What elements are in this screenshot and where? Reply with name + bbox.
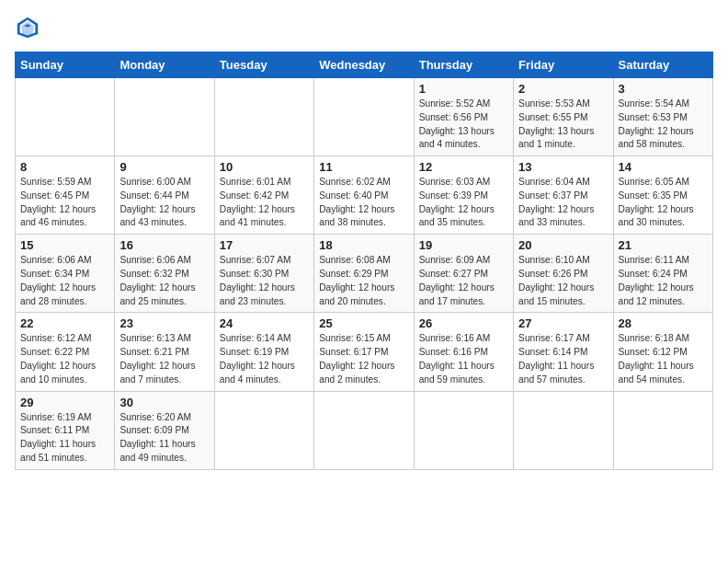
day-number: 28 bbox=[619, 316, 708, 330]
day-info: Sunrise: 5:53 AMSunset: 6:55 PMDaylight:… bbox=[518, 98, 608, 152]
day-info: Sunrise: 6:06 AMSunset: 6:32 PMDaylight:… bbox=[119, 254, 209, 308]
day-number: 15 bbox=[20, 238, 109, 252]
day-cell bbox=[414, 391, 513, 469]
day-cell: 30Sunrise: 6:20 AMSunset: 6:09 PMDayligh… bbox=[115, 391, 214, 469]
day-info: Sunrise: 6:05 AMSunset: 6:35 PMDaylight:… bbox=[619, 176, 708, 230]
day-cell: 27Sunrise: 6:17 AMSunset: 6:14 PMDayligh… bbox=[514, 313, 613, 391]
day-number: 9 bbox=[119, 160, 209, 174]
col-header-sunday: Sunday bbox=[16, 52, 115, 78]
day-cell: 20Sunrise: 6:10 AMSunset: 6:26 PMDayligh… bbox=[514, 235, 613, 313]
day-cell bbox=[314, 78, 414, 156]
day-info: Sunrise: 6:14 AMSunset: 6:19 PMDaylight:… bbox=[220, 332, 309, 386]
day-cell: 16Sunrise: 6:06 AMSunset: 6:32 PMDayligh… bbox=[115, 235, 214, 313]
day-number: 2 bbox=[518, 82, 608, 96]
day-cell: 24Sunrise: 6:14 AMSunset: 6:19 PMDayligh… bbox=[214, 313, 313, 391]
day-cell: 1Sunrise: 5:52 AMSunset: 6:56 PMDaylight… bbox=[414, 78, 513, 156]
header-row: SundayMondayTuesdayWednesdayThursdayFrid… bbox=[16, 52, 713, 78]
day-number: 22 bbox=[20, 316, 109, 330]
week-row-3: 15Sunrise: 6:06 AMSunset: 6:34 PMDayligh… bbox=[16, 235, 713, 313]
day-info: Sunrise: 6:19 AMSunset: 6:11 PMDaylight:… bbox=[20, 411, 109, 465]
day-number: 10 bbox=[220, 160, 309, 174]
day-cell bbox=[214, 78, 313, 156]
day-number: 18 bbox=[319, 238, 408, 252]
day-info: Sunrise: 6:13 AMSunset: 6:21 PMDaylight:… bbox=[119, 332, 209, 386]
day-info: Sunrise: 6:04 AMSunset: 6:37 PMDaylight:… bbox=[518, 176, 608, 230]
day-info: Sunrise: 6:17 AMSunset: 6:14 PMDaylight:… bbox=[518, 332, 608, 386]
day-cell: 21Sunrise: 6:11 AMSunset: 6:24 PMDayligh… bbox=[613, 235, 712, 313]
week-row-2: 8Sunrise: 5:59 AMSunset: 6:45 PMDaylight… bbox=[16, 156, 713, 235]
day-number: 29 bbox=[20, 396, 109, 409]
day-number: 19 bbox=[419, 238, 508, 252]
col-header-wednesday: Wednesday bbox=[314, 52, 414, 78]
day-number: 16 bbox=[119, 238, 209, 252]
day-cell: 29Sunrise: 6:19 AMSunset: 6:11 PMDayligh… bbox=[16, 391, 115, 469]
day-number: 13 bbox=[518, 160, 608, 174]
day-cell: 12Sunrise: 6:03 AMSunset: 6:39 PMDayligh… bbox=[414, 156, 513, 235]
day-info: Sunrise: 6:06 AMSunset: 6:34 PMDaylight:… bbox=[20, 254, 109, 308]
day-info: Sunrise: 6:10 AMSunset: 6:26 PMDaylight:… bbox=[518, 254, 608, 308]
col-header-saturday: Saturday bbox=[613, 52, 712, 78]
day-cell: 28Sunrise: 6:18 AMSunset: 6:12 PMDayligh… bbox=[613, 313, 712, 391]
day-info: Sunrise: 5:54 AMSunset: 6:53 PMDaylight:… bbox=[619, 98, 708, 152]
day-info: Sunrise: 6:02 AMSunset: 6:40 PMDaylight:… bbox=[319, 176, 408, 230]
day-cell: 3Sunrise: 5:54 AMSunset: 6:53 PMDaylight… bbox=[613, 78, 712, 156]
day-number: 8 bbox=[20, 160, 109, 174]
day-cell: 23Sunrise: 6:13 AMSunset: 6:21 PMDayligh… bbox=[115, 313, 214, 391]
col-header-thursday: Thursday bbox=[414, 52, 513, 78]
day-number: 14 bbox=[619, 160, 708, 174]
day-cell: 15Sunrise: 6:06 AMSunset: 6:34 PMDayligh… bbox=[16, 235, 115, 313]
day-cell: 17Sunrise: 6:07 AMSunset: 6:30 PMDayligh… bbox=[214, 235, 313, 313]
day-info: Sunrise: 6:08 AMSunset: 6:29 PMDaylight:… bbox=[319, 254, 408, 308]
day-info: Sunrise: 6:16 AMSunset: 6:16 PMDaylight:… bbox=[419, 332, 508, 386]
col-header-monday: Monday bbox=[115, 52, 214, 78]
col-header-tuesday: Tuesday bbox=[214, 52, 313, 78]
day-cell: 10Sunrise: 6:01 AMSunset: 6:42 PMDayligh… bbox=[214, 156, 313, 235]
calendar-table: SundayMondayTuesdayWednesdayThursdayFrid… bbox=[15, 52, 713, 470]
day-info: Sunrise: 6:15 AMSunset: 6:17 PMDaylight:… bbox=[319, 332, 408, 386]
day-number: 24 bbox=[220, 316, 309, 330]
day-cell: 2Sunrise: 5:53 AMSunset: 6:55 PMDaylight… bbox=[514, 78, 613, 156]
day-cell bbox=[613, 391, 712, 469]
day-cell: 25Sunrise: 6:15 AMSunset: 6:17 PMDayligh… bbox=[314, 313, 414, 391]
day-number: 12 bbox=[419, 160, 508, 174]
day-cell: 14Sunrise: 6:05 AMSunset: 6:35 PMDayligh… bbox=[613, 156, 712, 235]
day-info: Sunrise: 6:12 AMSunset: 6:22 PMDaylight:… bbox=[20, 332, 109, 386]
day-number: 23 bbox=[119, 316, 209, 330]
day-cell: 13Sunrise: 6:04 AMSunset: 6:37 PMDayligh… bbox=[514, 156, 613, 235]
day-number: 3 bbox=[619, 82, 708, 96]
day-cell bbox=[16, 78, 115, 156]
day-info: Sunrise: 6:11 AMSunset: 6:24 PMDaylight:… bbox=[619, 254, 708, 308]
day-info: Sunrise: 6:00 AMSunset: 6:44 PMDaylight:… bbox=[119, 176, 209, 230]
day-number: 27 bbox=[518, 316, 608, 330]
day-info: Sunrise: 6:07 AMSunset: 6:30 PMDaylight:… bbox=[220, 254, 309, 308]
day-number: 30 bbox=[119, 396, 209, 409]
week-row-1: 1Sunrise: 5:52 AMSunset: 6:56 PMDaylight… bbox=[16, 78, 713, 156]
day-cell bbox=[214, 391, 313, 469]
day-info: Sunrise: 6:03 AMSunset: 6:39 PMDaylight:… bbox=[419, 176, 508, 230]
day-number: 21 bbox=[619, 238, 708, 252]
day-cell bbox=[314, 391, 414, 469]
day-cell: 19Sunrise: 6:09 AMSunset: 6:27 PMDayligh… bbox=[414, 235, 513, 313]
day-cell: 26Sunrise: 6:16 AMSunset: 6:16 PMDayligh… bbox=[414, 313, 513, 391]
day-cell: 22Sunrise: 6:12 AMSunset: 6:22 PMDayligh… bbox=[16, 313, 115, 391]
day-cell: 8Sunrise: 5:59 AMSunset: 6:45 PMDaylight… bbox=[16, 156, 115, 235]
day-number: 25 bbox=[319, 316, 408, 330]
day-cell: 18Sunrise: 6:08 AMSunset: 6:29 PMDayligh… bbox=[314, 235, 414, 313]
week-row-4: 22Sunrise: 6:12 AMSunset: 6:22 PMDayligh… bbox=[16, 313, 713, 391]
day-info: Sunrise: 5:59 AMSunset: 6:45 PMDaylight:… bbox=[20, 176, 109, 230]
day-info: Sunrise: 5:52 AMSunset: 6:56 PMDaylight:… bbox=[419, 98, 508, 152]
day-cell bbox=[514, 391, 613, 469]
day-info: Sunrise: 6:20 AMSunset: 6:09 PMDaylight:… bbox=[119, 411, 209, 465]
col-header-friday: Friday bbox=[514, 52, 613, 78]
day-number: 20 bbox=[518, 238, 608, 252]
day-number: 11 bbox=[319, 160, 408, 174]
day-cell: 9Sunrise: 6:00 AMSunset: 6:44 PMDaylight… bbox=[115, 156, 214, 235]
logo bbox=[15, 15, 44, 40]
day-info: Sunrise: 6:09 AMSunset: 6:27 PMDaylight:… bbox=[419, 254, 508, 308]
day-info: Sunrise: 6:18 AMSunset: 6:12 PMDaylight:… bbox=[619, 332, 708, 386]
day-cell bbox=[115, 78, 214, 156]
day-number: 1 bbox=[419, 82, 508, 96]
day-info: Sunrise: 6:01 AMSunset: 6:42 PMDaylight:… bbox=[220, 176, 309, 230]
page-header bbox=[15, 15, 713, 40]
day-cell: 11Sunrise: 6:02 AMSunset: 6:40 PMDayligh… bbox=[314, 156, 414, 235]
